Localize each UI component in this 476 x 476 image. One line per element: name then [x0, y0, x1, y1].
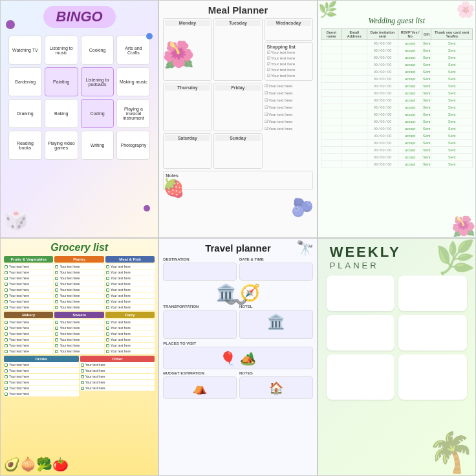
extra-item-1: ☑ Your text here — [265, 83, 313, 89]
g-m-8[interactable]: Your text here — [105, 305, 155, 310]
g-d-4[interactable]: Your text here — [105, 337, 155, 342]
g-b-1[interactable]: Your text here — [4, 319, 53, 325]
g-m-2[interactable]: Your text here — [105, 270, 155, 275]
travel-notes-field[interactable]: 🏠 — [239, 376, 313, 399]
g-p-8[interactable]: Your text here — [54, 305, 103, 310]
g-d-6[interactable]: Your text here — [105, 349, 155, 354]
g-d-5[interactable]: Your text here — [105, 343, 155, 348]
travel-places-field[interactable]: 🎈 🏕️ — [163, 347, 312, 369]
g-d-2[interactable]: Your text here — [105, 325, 155, 330]
g-b-4[interactable]: Your text here — [4, 337, 53, 342]
weekly-box-2[interactable] — [398, 276, 467, 311]
g-f-6[interactable]: Your text here — [4, 293, 53, 298]
weekly-box-4[interactable] — [398, 315, 467, 351]
g-f-8[interactable]: Your text here — [4, 305, 53, 310]
g-m-1[interactable]: Your text here — [105, 264, 155, 269]
bingo-item-11[interactable]: Playing a musical instrument — [116, 99, 150, 128]
bingo-item-3[interactable]: Arts and Crafts — [116, 36, 150, 65]
g-d-1[interactable]: Your text here — [105, 319, 155, 325]
g-o-3[interactable]: Your text here — [80, 374, 155, 379]
g-s-4[interactable]: Your text here — [54, 337, 103, 342]
wedding-cell-14-1 — [341, 140, 367, 147]
travel-budget-field[interactable]: ⛺ — [163, 376, 237, 399]
travel-budget-section: BUDGET ESTIMATION ⛺ — [163, 371, 237, 399]
bingo-item-10[interactable]: Coding — [81, 99, 114, 128]
bingo-item-0[interactable]: Watching TV — [8, 36, 42, 65]
g-s-3[interactable]: Your text here — [54, 331, 103, 336]
g-f-3[interactable]: Your text here — [4, 276, 53, 281]
g-m-4[interactable]: Your text here — [105, 281, 155, 287]
weekly-box-5[interactable] — [327, 354, 395, 400]
meal-thursday[interactable]: Thursday — [163, 83, 211, 131]
bingo-item-7[interactable]: Making music — [116, 67, 150, 96]
g-p-6[interactable]: Your text here — [54, 293, 103, 298]
bingo-item-2[interactable]: Cooking — [81, 36, 114, 65]
g-o-4[interactable]: Your text here — [80, 380, 155, 385]
g-p-3[interactable]: Your text here — [54, 276, 103, 281]
g-p-2[interactable]: Your text here — [54, 270, 103, 275]
bingo-item-8[interactable]: Drawing — [8, 99, 42, 128]
g-m-6[interactable]: Your text here — [105, 293, 155, 298]
g-dr-3[interactable]: Your text here — [4, 374, 79, 379]
g-b-2[interactable]: Your text here — [4, 325, 53, 330]
g-m-5[interactable]: Your text here — [105, 287, 155, 292]
travel-transport-field[interactable] — [163, 310, 237, 339]
g-f-7[interactable]: Your text here — [4, 299, 53, 304]
g-p-7[interactable]: Your text here — [54, 299, 103, 304]
g-dr-5[interactable]: Your text here — [4, 385, 79, 391]
g-f-1[interactable]: Your text here — [4, 264, 53, 269]
travel-datetime-field[interactable] — [239, 263, 313, 281]
g-p-1[interactable]: Your text here — [54, 264, 103, 269]
meal-notes-label: Notes — [166, 173, 310, 178]
bingo-item-14[interactable]: Writing — [81, 131, 114, 160]
meal-tuesday[interactable]: Tuesday — [213, 18, 262, 81]
g-d-3[interactable]: Your text here — [105, 331, 155, 336]
g-m-7[interactable]: Your text here — [105, 299, 155, 304]
travel-hotel-section: HOTEL 🏛️ — [239, 305, 313, 339]
meal-sunday[interactable]: Sunday — [213, 133, 262, 169]
bingo-item-5[interactable]: Painting — [45, 67, 78, 96]
g-b-5[interactable]: Your text here — [4, 343, 53, 348]
g-m-3[interactable]: Your text here — [105, 276, 155, 281]
bingo-item-4[interactable]: Gardening — [8, 67, 42, 96]
g-dr-4[interactable]: Your text here — [4, 380, 79, 385]
g-s-6[interactable]: Your text here — [54, 349, 103, 354]
g-s-2[interactable]: Your text here — [54, 325, 103, 330]
bingo-item-13[interactable]: Playing video games — [45, 131, 78, 160]
g-f-4[interactable]: Your text here — [4, 281, 53, 287]
g-dr-2[interactable]: Your text here — [4, 368, 79, 373]
g-b-6[interactable]: Your text here — [4, 349, 53, 354]
bingo-item-6[interactable]: Listening to podcasts — [81, 67, 114, 96]
bingo-item-1[interactable]: Listening to music — [45, 36, 78, 65]
travel-hotel-field[interactable]: 🏛️ — [239, 310, 313, 339]
meal-saturday-label: Saturday — [165, 135, 210, 141]
g-o-5[interactable]: Your text here — [80, 385, 155, 391]
wedding-cell-17-4: Sent — [422, 161, 431, 168]
bingo-item-15[interactable]: Photography — [116, 131, 150, 160]
meal-saturday[interactable]: Saturday — [163, 133, 211, 169]
g-b-3[interactable]: Your text here — [4, 331, 53, 336]
wedding-cell-4-2: 00 / 00 / 00 — [367, 69, 398, 76]
bingo-item-12[interactable]: Reading books — [8, 131, 42, 160]
grocery-items-bottom: Your text here Your text here Your text … — [4, 362, 155, 396]
meal-wednesday[interactable]: Wednesday — [265, 18, 313, 41]
g-dr-1[interactable]: Your text here — [4, 362, 79, 367]
weekly-box-1[interactable] — [327, 276, 395, 311]
grocery-header-top: Fruits & Vegetables Pantry Meat & Fish — [4, 256, 155, 263]
meal-friday[interactable]: Friday — [213, 83, 262, 131]
travel-destination-field[interactable] — [163, 263, 237, 281]
g-p-5[interactable]: Your text here — [54, 287, 103, 292]
g-f-2[interactable]: Your text here — [4, 270, 53, 275]
g-s-5[interactable]: Your text here — [54, 343, 103, 348]
weekly-box-6[interactable] — [398, 354, 467, 400]
weekly-box-3[interactable] — [327, 315, 395, 351]
g-s-1[interactable]: Your text here — [54, 319, 103, 325]
grocery-cat-bakery: Bakery — [4, 312, 53, 318]
g-f-5[interactable]: Your text here — [4, 287, 53, 292]
meal-notes-section[interactable]: Notes — [163, 171, 312, 190]
g-p-4[interactable]: Your text here — [54, 281, 103, 287]
g-o-2[interactable]: Your text here — [80, 368, 155, 373]
bingo-item-9[interactable]: Baking — [45, 99, 78, 128]
g-dr-6[interactable]: Your text here — [4, 391, 79, 396]
g-o-1[interactable]: Your text here — [80, 362, 155, 367]
